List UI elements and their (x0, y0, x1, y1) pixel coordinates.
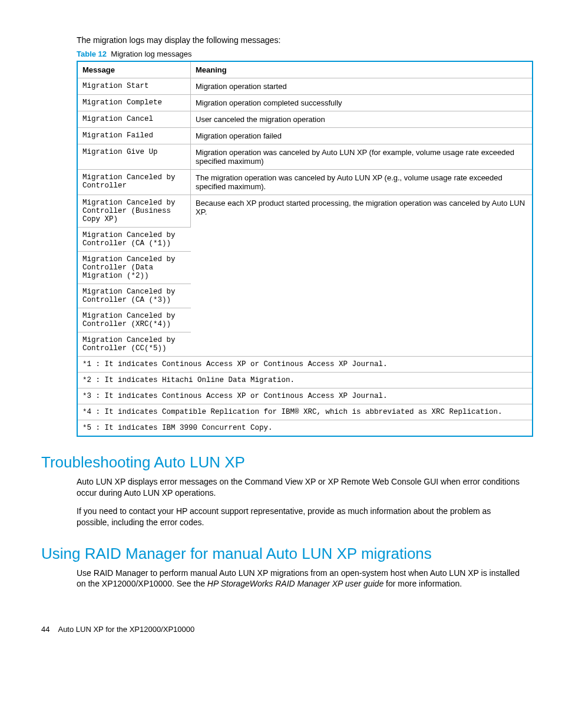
raid-p1-ital: HP StorageWorks RAID Manager XP user gui… (207, 579, 384, 588)
table-row: Migration StartMigration operation start… (77, 78, 533, 95)
footnote: *1 : It indicates Continous Access XP or… (77, 357, 533, 373)
troubleshooting-p2: If you need to contact your HP account s… (77, 506, 521, 528)
col-meaning: Meaning (191, 61, 533, 78)
page-footer: 44Auto LUN XP for the XP12000/XP10000 (41, 625, 521, 634)
footer-title: Auto LUN XP for the XP12000/XP10000 (58, 625, 194, 634)
cell-message: Migration Complete (77, 95, 191, 111)
cell-message: Migration Canceled by Controller (Data M… (77, 252, 191, 284)
troubleshooting-p1: Auto LUN XP displays error messages on t… (77, 476, 521, 499)
heading-raid-manager: Using RAID Manager for manual Auto LUN X… (41, 545, 521, 563)
footnote-row: *5 : It indicates IBM 3990 Concurrent Co… (77, 420, 533, 437)
intro-text: The migration logs may display the follo… (77, 35, 521, 45)
raid-p1-b: for more information. (384, 579, 462, 588)
cell-meaning: Migration operation started (191, 78, 533, 95)
table-header-row: Message Meaning (77, 61, 533, 78)
cell-message: Migration Canceled by Controller (CA (*3… (77, 284, 191, 308)
table-caption-text: Migration log messages (111, 50, 191, 58)
cell-message: Migration Canceled by Controller (CC(*5)… (77, 332, 191, 357)
cell-message: Migration Give Up (77, 144, 191, 170)
table-row: Migration FailedMigration operation fail… (77, 128, 533, 144)
footnote-row: *1 : It indicates Continous Access XP or… (77, 357, 533, 373)
cell-message: Migration Canceled by Controller (77, 170, 191, 195)
footnote: *4 : It indicates Compatible Replication… (77, 404, 533, 420)
cell-meaning: User canceled the migration operation (191, 111, 533, 128)
page-number: 44 (41, 625, 49, 634)
table-row: Migration Canceled by Controller (Busine… (77, 195, 533, 228)
cell-message: Migration Start (77, 78, 191, 95)
footnote-row: *3 : It indicates Continous Access XP or… (77, 388, 533, 404)
heading-troubleshooting: Troubleshooting Auto LUN XP (41, 453, 521, 472)
cell-message: Migration Canceled by Controller (CA (*1… (77, 228, 191, 252)
table-row: Migration CompleteMigration operation co… (77, 95, 533, 111)
footnote: *2 : It indicates Hitachi Online Data Mi… (77, 373, 533, 388)
footnote-row: *2 : It indicates Hitachi Online Data Mi… (77, 373, 533, 388)
footnote: *5 : It indicates IBM 3990 Concurrent Co… (77, 420, 533, 437)
table-row: Migration CancelUser canceled the migrat… (77, 111, 533, 128)
table-caption: Table 12 Migration log messages (77, 50, 521, 58)
table-row: Migration Canceled by ControllerThe migr… (77, 170, 533, 195)
footnote-row: *4 : It indicates Compatible Replication… (77, 404, 533, 420)
table-row: Migration Give UpMigration operation was… (77, 144, 533, 170)
raid-p1: Use RAID Manager to perform manual Auto … (77, 568, 521, 590)
table-number: Table 12 (77, 50, 107, 58)
footnote: *3 : It indicates Continous Access XP or… (77, 388, 533, 404)
cell-message: Migration Cancel (77, 111, 191, 128)
cell-meaning: The migration operation was canceled by … (191, 170, 533, 195)
migration-log-table: Message Meaning Migration StartMigration… (77, 61, 533, 437)
cell-meaning: Migration operation was canceled by Auto… (191, 144, 533, 170)
cell-message: Migration Canceled by Controller (XRC(*4… (77, 308, 191, 332)
col-message: Message (77, 61, 191, 78)
cell-message: Migration Canceled by Controller (Busine… (77, 195, 191, 228)
cell-message: Migration Failed (77, 128, 191, 144)
cell-meaning: Migration operation completed successful… (191, 95, 533, 111)
cell-meaning: Because each XP product started processi… (191, 195, 533, 357)
cell-meaning: Migration operation failed (191, 128, 533, 144)
